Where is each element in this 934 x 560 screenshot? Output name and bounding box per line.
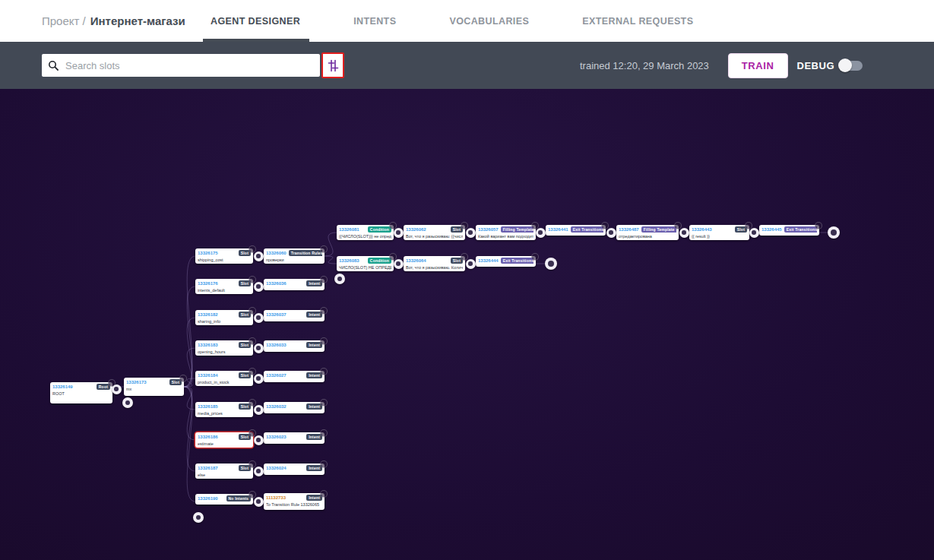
node-corner-button[interactable] (320, 307, 328, 315)
connector-circle[interactable] (254, 343, 264, 353)
node-label: проверки (266, 258, 322, 262)
add-node-button[interactable] (334, 274, 345, 284)
connector-circle[interactable] (254, 252, 264, 261)
connector-circle[interactable] (254, 313, 264, 323)
filter-button[interactable] (321, 52, 344, 78)
graph-node[interactable]: 13326183 Slot opening_hours (195, 340, 253, 356)
node-corner-button[interactable] (531, 253, 539, 261)
graph-node[interactable]: 13326173 Slot mx (124, 378, 184, 396)
node-corner-button[interactable] (320, 337, 328, 345)
node-id: 13326173 (126, 380, 147, 385)
breadcrumb-project: Интернет-магази (90, 14, 185, 27)
node-id: 13326183 (198, 343, 218, 348)
graph-node[interactable]: 13326024 Intent (264, 464, 325, 475)
graph-node[interactable]: 13326190 No Intents (195, 494, 253, 505)
chain-end-button[interactable] (828, 226, 840, 239)
node-id: 13326444 (478, 258, 499, 264)
connector-circle[interactable] (606, 228, 616, 238)
breadcrumb[interactable]: Проект / Интернет-магази (42, 0, 185, 42)
graph-node[interactable]: 13326487 Filling Template отредактирован… (616, 225, 679, 240)
tab-vocabularies[interactable]: VOCABULARIES (449, 0, 529, 42)
graph-node[interactable]: 13326023 Intent (264, 432, 325, 444)
node-label: ЧИСЛО(SLOT) НЕ ОПРЕДЕЛЕНО (339, 265, 391, 270)
graph-node[interactable]: 13326060 Transition Rules проверки (264, 248, 325, 264)
graph-node[interactable]: 13326444 Exit Transitions (476, 256, 536, 267)
graph-node[interactable]: 13326187 Slot else (195, 464, 253, 479)
graph-node[interactable]: 13326081 Condition {{ЧИСЛО(SLOT)}} не оп… (337, 225, 394, 240)
tab-agent-designer[interactable]: AGENT DESIGNER (211, 0, 300, 42)
graph-node[interactable]: 13326057 Filling Template Какой вариант … (476, 225, 536, 240)
node-label: estimate (198, 441, 251, 446)
connector-circle[interactable] (254, 405, 264, 415)
connector-circle[interactable] (254, 374, 264, 384)
graph-node[interactable]: 13326033 Intent (264, 340, 325, 352)
graph-node[interactable]: 13326149 Root ROOT (50, 382, 112, 403)
node-label: product_in_stock (198, 380, 251, 384)
connector-circle[interactable] (254, 497, 264, 507)
debug-toggle[interactable] (840, 61, 863, 71)
node-corner-button[interactable] (320, 245, 328, 253)
connector-circle[interactable] (749, 228, 759, 238)
node-label: shipping_cost (198, 258, 251, 262)
node-corner-button[interactable] (320, 490, 328, 498)
node-corner-button[interactable] (320, 460, 328, 468)
graph-node[interactable]: 13326176 Slot intents_default (195, 279, 253, 294)
graph-node[interactable]: 11132733 Intent To Transition Rule 13326… (264, 493, 325, 510)
graph-node[interactable]: 13326037 Intent (264, 310, 325, 321)
graph-node[interactable]: 13326062 Slot Вот, что я разыскиваю: {{ч… (404, 225, 465, 240)
node-corner-button[interactable] (179, 375, 187, 382)
graph-node[interactable]: 13326185 Slot media_prices (195, 402, 253, 417)
tab-external-requests[interactable]: EXTERNAL REQUESTS (582, 0, 693, 42)
node-corner-button[interactable] (815, 222, 822, 229)
node-id: 13326032 (266, 404, 287, 410)
node-id: 13326487 (619, 227, 639, 233)
graph-edges (0, 89, 934, 560)
connector-circle[interactable] (254, 467, 264, 476)
search-box[interactable] (42, 54, 320, 77)
graph-node[interactable]: 13326175 Slot shipping_cost (195, 248, 253, 264)
node-label: media_prices (198, 411, 251, 416)
node-id: 13326441 (548, 227, 568, 233)
connector-circle[interactable] (466, 259, 476, 269)
graph-node[interactable]: 13326186 Slot estimate (195, 432, 253, 448)
node-corner-button[interactable] (320, 399, 328, 407)
train-button[interactable]: TRAIN (728, 53, 788, 78)
node-id: 13326064 (406, 258, 426, 264)
search-input[interactable] (64, 59, 314, 72)
connector-circle[interactable] (394, 259, 404, 269)
agent-graph-canvas[interactable]: 13326149 Root ROOT 13326173 Slot mx 1332… (0, 89, 934, 560)
graph-node[interactable]: 13326443 Slot {{ result }} (689, 225, 749, 240)
connector-circle[interactable] (536, 228, 546, 238)
graph-node[interactable]: 13326036 Intent (264, 279, 325, 290)
add-node-button[interactable] (193, 512, 204, 523)
node-corner-button[interactable] (320, 429, 328, 437)
graph-node[interactable]: 13326445 Exit Transitions (759, 225, 819, 236)
node-corner-button[interactable] (320, 276, 328, 283)
graph-node[interactable]: 13326182 Slot sharing_info (195, 310, 253, 325)
search-icon (48, 60, 59, 71)
node-id: 11132733 (266, 495, 286, 501)
node-label: sharing_info (198, 319, 251, 324)
node-label: отредактирована (619, 234, 676, 239)
graph-node[interactable]: 13326027 Intent (264, 371, 325, 382)
connector-circle[interactable] (254, 435, 264, 445)
node-label: mx (126, 387, 182, 391)
graph-node[interactable]: 13326184 Slot product_in_stock (195, 371, 253, 386)
connector-circle[interactable] (679, 228, 689, 238)
connector-circle[interactable] (254, 282, 264, 292)
graph-node[interactable]: 13326032 Intent (264, 402, 325, 413)
node-corner-button[interactable] (320, 368, 328, 375)
connector-circle[interactable] (112, 384, 122, 394)
chain-end-button[interactable] (545, 258, 557, 270)
graph-node[interactable]: 13326064 Slot Вот, что я разыскиваю. Кол… (404, 256, 465, 271)
graph-node[interactable]: 13326441 Exit Transitions (546, 225, 606, 236)
connector-circle[interactable] (394, 228, 404, 238)
graph-node[interactable]: 13326083 Condition ЧИСЛО(SLOT) НЕ ОПРЕДЕ… (337, 256, 394, 271)
node-id: 13326023 (266, 435, 287, 440)
node-id: 13326057 (478, 227, 499, 233)
tab-intents[interactable]: INTENTS (353, 0, 396, 42)
add-node-button[interactable] (122, 397, 133, 408)
connector-circle[interactable] (466, 228, 476, 238)
node-type-badge: Filling Template (501, 226, 533, 233)
node-type-badge: Condition (368, 258, 391, 264)
